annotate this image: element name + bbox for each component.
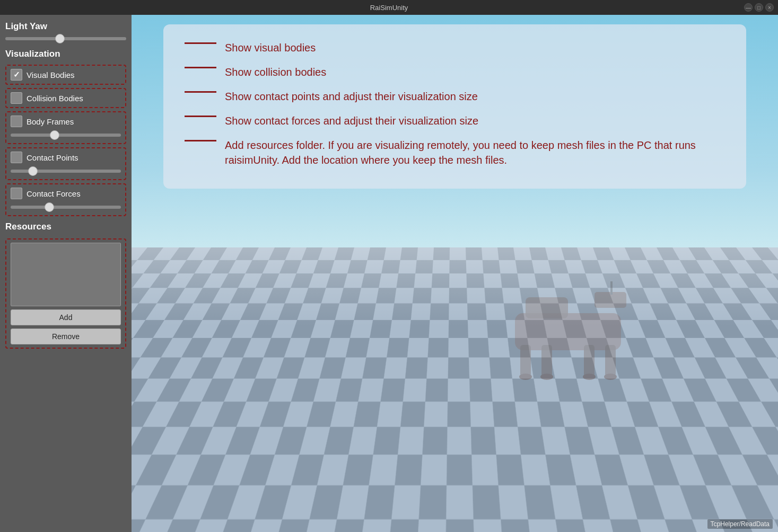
h-line-1 (185, 42, 216, 44)
robot-area (390, 180, 746, 387)
contact-points-track (11, 170, 121, 173)
contact-forces-row: Contact Forces (11, 188, 121, 199)
contact-forces-group: Contact Forces (5, 183, 126, 216)
contact-forces-slider-container[interactable] (11, 202, 121, 212)
resources-section: Resources Add Remove (5, 221, 126, 349)
contact-forces-label: Contact Forces (27, 189, 81, 198)
body-frames-label: Body Frames (27, 117, 74, 126)
light-yaw-section: Light Yaw (5, 21, 126, 43)
resources-label: Resources (5, 221, 126, 232)
light-yaw-slider-container[interactable] (5, 34, 126, 43)
svg-rect-0 (515, 313, 621, 350)
svg-point-9 (540, 374, 553, 380)
collision-bodies-row: Collision Bodies (11, 92, 121, 104)
tooltip-text-contact-points: Show contact points and adjust their vis… (225, 89, 478, 104)
visual-bodies-group: Visual Bodies (5, 65, 126, 85)
body-frames-slider-container[interactable] (11, 130, 121, 140)
svg-rect-1 (526, 297, 568, 318)
tooltip-add-resources: Add resources folder. If you are visuali… (185, 138, 725, 167)
svg-point-11 (604, 374, 617, 380)
tooltip-text-collision-bodies: Show collision bodies (225, 65, 326, 79)
tooltip-line-5 (185, 140, 216, 141)
collision-bodies-label: Collision Bodies (27, 94, 83, 103)
left-panel: Light Yaw Visualization Visual Bodies (0, 15, 132, 532)
body-frames-checkbox[interactable] (11, 116, 22, 127)
body-frames-group: Body Frames (5, 111, 126, 144)
contact-points-thumb[interactable] (28, 166, 38, 176)
tooltip-line-2 (185, 67, 216, 68)
contact-points-checkbox[interactable] (11, 152, 22, 163)
tooltip-line-3 (185, 91, 216, 93)
body-frames-row: Body Frames (11, 116, 121, 127)
viewport: Show visual bodies Show collision bodies… (132, 15, 778, 532)
status-bar: TcpHelper/ReadData (707, 519, 773, 529)
contact-points-label: Contact Points (27, 153, 78, 162)
tooltip-text-contact-forces: Show contact forces and adjust their vis… (225, 113, 478, 128)
visual-bodies-label: Visual Bodies (27, 70, 75, 79)
visualization-section: Visualization Visual Bodies Collision Bo… (5, 49, 126, 216)
contact-points-row: Contact Points (11, 152, 121, 163)
remove-button[interactable]: Remove (11, 329, 121, 344)
tooltip-text-add-resources: Add resources folder. If you are visuali… (225, 138, 725, 167)
tooltip-box: Show visual bodies Show collision bodies… (163, 24, 746, 189)
title-bar: RaiSimUnity — □ × (0, 0, 778, 15)
svg-rect-6 (584, 345, 595, 377)
add-button[interactable]: Add (11, 309, 121, 325)
body-frames-track (11, 134, 121, 137)
svg-rect-5 (541, 345, 552, 377)
contact-forces-checkbox[interactable] (11, 188, 22, 199)
tooltip-collision-bodies: Show collision bodies (185, 65, 725, 79)
tooltip-line-1 (185, 42, 216, 44)
h-line-2 (185, 67, 216, 68)
resources-group: Add Remove (5, 238, 126, 349)
light-yaw-label: Light Yaw (5, 21, 126, 32)
visual-bodies-row: Visual Bodies (11, 69, 121, 81)
h-line-5 (185, 140, 216, 141)
contact-forces-track (11, 206, 121, 209)
app-title: RaiSimUnity (370, 4, 408, 12)
viewport-background: Show visual bodies Show collision bodies… (132, 15, 778, 532)
visualization-label: Visualization (5, 49, 126, 59)
light-yaw-track (5, 37, 126, 40)
visual-bodies-checkbox[interactable] (11, 69, 22, 81)
tooltip-contact-forces: Show contact forces and adjust their vis… (185, 113, 725, 128)
contact-points-slider-container[interactable] (11, 166, 121, 176)
svg-point-8 (519, 374, 532, 380)
h-line-3 (185, 91, 216, 93)
svg-rect-7 (605, 345, 616, 377)
tooltip-text-visual-bodies: Show visual bodies (225, 40, 316, 55)
svg-rect-4 (520, 345, 531, 377)
tooltip-contact-points: Show contact points and adjust their vis… (185, 89, 725, 104)
robot-svg (435, 281, 701, 387)
close-button[interactable]: × (765, 3, 774, 12)
resources-list[interactable] (11, 243, 121, 306)
collision-bodies-group: Collision Bodies (5, 88, 126, 108)
body-frames-thumb[interactable] (50, 130, 59, 140)
contact-points-group: Contact Points (5, 147, 126, 180)
contact-forces-thumb[interactable] (45, 202, 54, 212)
minimize-button[interactable]: — (744, 3, 753, 12)
h-line-4 (185, 116, 216, 117)
collision-bodies-checkbox[interactable] (11, 92, 22, 104)
window-controls[interactable]: — □ × (744, 3, 774, 12)
svg-rect-3 (610, 281, 613, 295)
main-layout: Light Yaw Visualization Visual Bodies (0, 15, 778, 532)
maximize-button[interactable]: □ (755, 3, 763, 12)
light-yaw-thumb[interactable] (55, 34, 65, 43)
tooltip-line-4 (185, 116, 216, 117)
svg-point-10 (583, 374, 596, 380)
tooltip-visual-bodies: Show visual bodies (185, 40, 725, 55)
